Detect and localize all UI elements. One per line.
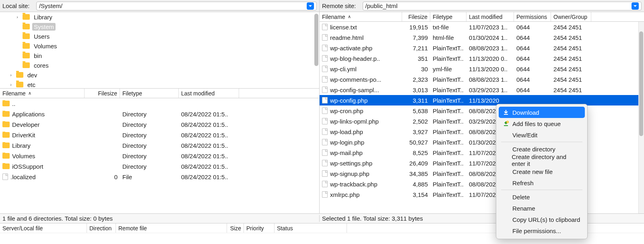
folder-icon (2, 101, 10, 106)
remote-header-filename[interactable]: Filename ∧ (320, 12, 402, 21)
local-file-row[interactable]: DriverKitDirectory08/24/2022 01:5.. (0, 130, 319, 140)
local-file-row[interactable]: ApplicationsDirectory08/24/2022 01:5.. (0, 109, 319, 119)
file-name: wp-blog-header.p.. (330, 55, 380, 62)
menu-download[interactable]: Download (499, 107, 585, 118)
file-icon (322, 76, 328, 83)
remote-file-row[interactable]: wp-settings.php26,409PlainTextT..11/07/2… (320, 158, 644, 168)
svg-rect-1 (504, 125, 508, 126)
remote-file-row[interactable]: wp-trackback.php4,885PlainTextT..08/08/2… (320, 179, 644, 189)
tree-scrollbar[interactable] (314, 14, 318, 66)
local-file-row[interactable]: VolumesDirectory08/24/2022 01:5.. (0, 151, 319, 161)
menu-create-directory-enter[interactable]: Create directory and enter it (499, 155, 585, 166)
remote-file-row[interactable]: readme.html7,399html-file01/30/2024 1..0… (320, 32, 644, 43)
disclosure-icon[interactable]: › (14, 14, 20, 19)
remote-header-filetype[interactable]: Filetype (430, 12, 466, 21)
file-size: 0 (85, 174, 120, 180)
tree-item[interactable]: Volumes (0, 41, 319, 51)
menu-refresh[interactable]: Refresh (499, 177, 585, 188)
local-file-row[interactable]: .. (0, 98, 319, 109)
tree-item[interactable]: cores (0, 60, 319, 70)
menu-create-new-file[interactable]: Create new file (499, 166, 585, 177)
local-file-header[interactable]: Filename ∧ Filesize Filetype Last modifi… (0, 89, 319, 98)
file-name: wp-signup.php (330, 170, 369, 177)
file-name: xmlrpc.php (330, 191, 359, 198)
remote-file-row[interactable]: wp-cron.php5,638PlainTextT..08/08/202 (320, 105, 644, 116)
tree-item[interactable]: Users (0, 31, 319, 41)
local-file-row[interactable]: LibraryDirectory08/24/2022 01:5.. (0, 140, 319, 151)
local-path-input[interactable]: /System/ (36, 2, 317, 10)
remote-file-row[interactable]: wp-mail.php8,525PlainTextT..11/07/202 (320, 147, 644, 158)
remote-file-header[interactable]: Filename ∧ Filesize Filetype Last modifi… (320, 12, 644, 22)
download-arrow-icon (503, 109, 509, 116)
menu-file-permissions[interactable]: File permissions... (499, 225, 585, 236)
queue-header-status[interactable]: Status (275, 223, 347, 233)
local-file-row[interactable]: iOSSupportDirectory08/24/2022 01:5.. (0, 161, 319, 172)
disclosure-icon[interactable]: › (8, 82, 14, 87)
remote-file-row[interactable]: wp-cli.yml30yml-file11/13/2020 0..064424… (320, 64, 644, 74)
local-panel: ›LibrarySystemUsersVolumesbincores›dev›e… (0, 12, 320, 213)
remote-file-row[interactable]: license.txt19,915txt-file11/07/2023 1..0… (320, 22, 644, 32)
file-modified: 11/07/2023 1.. (466, 24, 514, 31)
menu-create-directory[interactable]: Create directory (499, 143, 585, 155)
file-name: wp-settings.php (330, 160, 372, 167)
remote-scrollbar-track[interactable] (638, 22, 644, 213)
tree-item[interactable]: ›etc (0, 80, 319, 89)
local-header-filetype[interactable]: Filetype (120, 89, 179, 98)
remote-file-row[interactable]: wp-activate.php7,211PlainTextT..08/08/20… (320, 43, 644, 53)
tree-item-label: etc (26, 81, 37, 89)
remote-file-row[interactable]: wp-comments-po...2,323PlainTextT..08/08/… (320, 74, 644, 85)
remote-file-row[interactable]: wp-config.php3,311PlainTextT..11/13/2020 (320, 95, 644, 105)
file-name: wp-config-sampl... (330, 87, 379, 93)
remote-header-filesize[interactable]: Filesize (402, 12, 430, 21)
local-folder-tree[interactable]: ›LibrarySystemUsersVolumesbincores›dev›e… (0, 12, 319, 89)
local-file-list[interactable]: ..ApplicationsDirectory08/24/2022 01:5..… (0, 98, 319, 213)
menu-rename[interactable]: Rename (499, 203, 585, 214)
menu-add-to-queue[interactable]: Add files to queue (499, 118, 585, 129)
queue-header-direction[interactable]: Direction (87, 223, 116, 233)
disclosure-icon[interactable]: › (8, 72, 14, 77)
queue-header-size[interactable]: Size (227, 223, 244, 233)
remote-site-label: Remote site: (322, 2, 359, 9)
tree-item[interactable]: ›dev (0, 70, 319, 80)
file-modified: 11/13/2020 0.. (466, 55, 514, 62)
local-header-modified[interactable]: Last modified (179, 89, 239, 98)
remote-header-modified[interactable]: Last modified (466, 12, 514, 21)
queue-header-file[interactable]: Server/Local file (0, 223, 87, 233)
local-file-row[interactable]: .localized0File08/24/2022 01:5.. (0, 172, 319, 182)
tree-item-label: Volumes (32, 42, 59, 50)
file-icon (322, 118, 328, 124)
file-type: PlainTextT.. (430, 76, 466, 83)
remote-header-owner[interactable]: Owner/Group (551, 12, 591, 21)
remote-file-row[interactable]: wp-signup.php34,385PlainTextT..08/08/202 (320, 168, 644, 179)
tree-item[interactable]: bin (0, 51, 319, 60)
tree-item[interactable]: ›Library (0, 12, 319, 22)
remote-header-permissions[interactable]: Permissions (514, 12, 551, 21)
remote-file-row[interactable]: wp-blog-header.p..351PlainTextT..11/13/2… (320, 53, 644, 64)
queue-header-priority[interactable]: Priority (244, 223, 275, 233)
remote-file-row[interactable]: wp-config-sampl...3,013PlainTextT..03/29… (320, 85, 644, 95)
remote-scrollbar-thumb[interactable] (639, 31, 643, 136)
tree-item[interactable]: System (0, 22, 319, 31)
file-size: 19,915 (402, 24, 430, 31)
local-header-filename[interactable]: Filename ∧ (0, 89, 85, 98)
remote-file-row[interactable]: xmlrpc.php3,154PlainTextT..11/07/202 (320, 189, 644, 200)
local-site-label: Local site: (2, 2, 33, 9)
file-modified: 01/30/2024 1.. (466, 34, 514, 41)
remote-file-row[interactable]: wp-links-opml.php2,502PlainTextT..03/29/… (320, 116, 644, 126)
local-header-filesize[interactable]: Filesize (85, 89, 120, 98)
remote-path-input[interactable]: /public_html (363, 2, 642, 10)
file-owner: 2454 2451 (551, 76, 591, 83)
remote-file-row[interactable]: wp-load.php3,927PlainTextT..08/08/202 (320, 126, 644, 137)
queue-header-remote[interactable]: Remote file (116, 223, 227, 233)
file-icon (322, 97, 328, 103)
menu-copy-url[interactable]: Copy URL(s) to clipboard (499, 214, 585, 225)
remote-file-row[interactable]: wp-login.php50,927PlainTextT..01/30/202 (320, 137, 644, 147)
file-icon (322, 66, 328, 72)
local-path-dropdown-icon[interactable] (307, 2, 314, 10)
remote-path-dropdown-icon[interactable] (632, 2, 639, 10)
remote-file-list[interactable]: license.txt19,915txt-file11/07/2023 1..0… (320, 22, 644, 213)
file-icon (322, 160, 328, 166)
menu-view-edit[interactable]: View/Edit (499, 129, 585, 141)
menu-delete[interactable]: Delete (499, 191, 585, 203)
local-file-row[interactable]: DeveloperDirectory08/24/2022 01:5.. (0, 119, 319, 130)
